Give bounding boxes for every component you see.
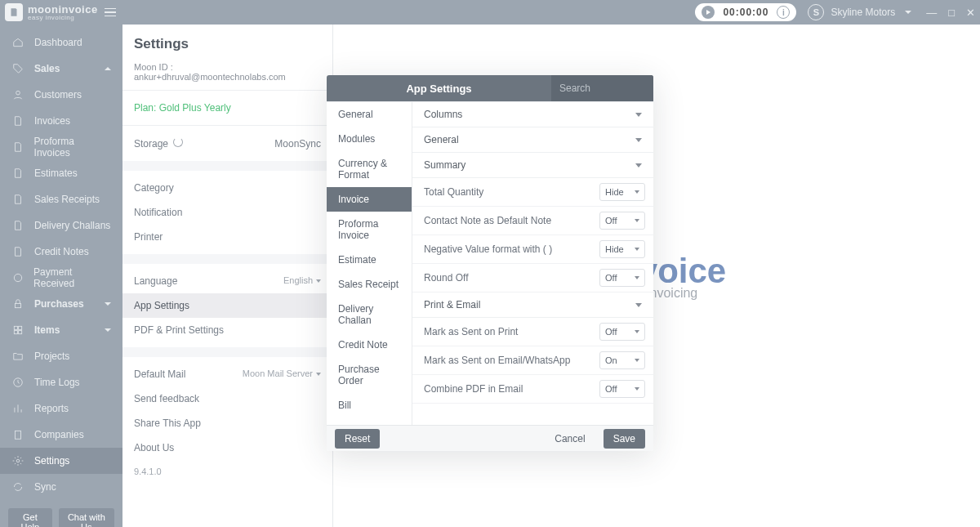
plan-line[interactable]: Plan: Gold Plus Yearly (122, 96, 332, 120)
category-estimate[interactable]: Estimate (327, 248, 412, 272)
section-title: General (424, 134, 459, 145)
chevron-up-icon (105, 67, 111, 70)
user-menu[interactable]: S Skyline Motors (808, 4, 911, 20)
chevron-down-icon (316, 373, 321, 376)
sidebar-item-label: Purchases (34, 298, 84, 310)
svg-point-9 (16, 459, 20, 462)
sidebar-item-projects[interactable]: Projects (0, 343, 122, 369)
section-columns[interactable]: Columns (412, 102, 653, 127)
option-dropdown[interactable]: Off (599, 380, 645, 398)
play-icon[interactable] (702, 6, 715, 19)
building-icon (11, 428, 24, 441)
sidebar-footer: Get Help Chat with Us (0, 500, 122, 527)
refresh-icon[interactable] (173, 137, 183, 147)
option-label: Combine PDF in Email (424, 383, 523, 395)
chevron-down-icon (905, 11, 911, 14)
doc-icon (11, 245, 24, 258)
app-settings-modal: App Settings GeneralModulesCurrency & Fo… (327, 75, 653, 451)
section-general[interactable]: General (412, 127, 653, 153)
category-item[interactable]: Category (122, 176, 332, 200)
sidebar-item-label: Reports (34, 403, 69, 414)
category-proforma-invoice[interactable]: Proforma Invoice (327, 212, 412, 248)
window-close-icon[interactable]: ✕ (966, 7, 975, 19)
info-icon[interactable]: i (777, 6, 790, 19)
share-app-item[interactable]: Share This App (122, 411, 332, 435)
moon-id-line: Moon ID : ankur+dhruval@moontechnolabs.c… (122, 59, 332, 85)
sidebar-item-proforma-invoices[interactable]: Proforma Invoices (0, 134, 122, 160)
sidebar-item-settings[interactable]: Settings (0, 448, 122, 474)
sidebar-item-label: Time Logs (34, 377, 80, 388)
chevron-down-icon (635, 387, 639, 391)
notification-item[interactable]: Notification (122, 200, 332, 225)
doc-icon (11, 193, 24, 206)
sidebar-item-sync[interactable]: Sync (0, 474, 122, 500)
language-value: English (283, 275, 313, 285)
app-settings-item[interactable]: App Settings (122, 293, 332, 318)
modal-search[interactable] (551, 75, 653, 101)
modal-title: App Settings (327, 83, 551, 95)
sidebar-item-companies[interactable]: Companies (0, 422, 122, 448)
option-dropdown[interactable]: Hide (599, 183, 645, 201)
section-print-email[interactable]: Print & Email (412, 293, 653, 318)
sidebar-item-customers[interactable]: Customers (0, 82, 122, 108)
option-dropdown[interactable]: On (599, 351, 645, 369)
section-summary[interactable]: Summary (412, 153, 653, 178)
sidebar-item-estimates[interactable]: Estimates (0, 160, 122, 186)
sidebar-item-dashboard[interactable]: Dashboard (0, 29, 122, 56)
sidebar-item-reports[interactable]: Reports (0, 395, 122, 422)
option-dropdown[interactable]: Off (599, 269, 645, 287)
chevron-down-icon (635, 113, 642, 117)
sidebar-item-label: Sales (34, 63, 60, 74)
sidebar-item-sales[interactable]: Sales (0, 56, 122, 82)
option-value: Hide (605, 187, 624, 197)
sidebar-item-items[interactable]: Items (0, 317, 122, 343)
menu-toggle-icon[interactable] (105, 8, 116, 17)
get-help-button[interactable]: Get Help (8, 508, 52, 527)
option-dropdown[interactable]: Off (599, 323, 645, 341)
clock-icon (11, 376, 24, 389)
category-invoice[interactable]: Invoice (327, 187, 412, 212)
about-item[interactable]: About Us (122, 435, 332, 460)
search-input[interactable] (559, 83, 653, 94)
option-dropdown[interactable]: Hide (599, 240, 645, 258)
cancel-button[interactable]: Cancel (545, 429, 595, 449)
sidebar-item-credit-notes[interactable]: Credit Notes (0, 239, 122, 265)
sidebar-item-time-logs[interactable]: Time Logs (0, 369, 122, 395)
storage-row[interactable]: Storage MoonSync (122, 131, 332, 156)
pdf-print-item[interactable]: PDF & Print Settings (122, 318, 332, 342)
category-sales-receipt[interactable]: Sales Receipt (327, 272, 412, 297)
sidebar-item-invoices[interactable]: Invoices (0, 108, 122, 134)
window-maximize-icon[interactable]: □ (948, 7, 955, 19)
option-label: Total Quantity (424, 186, 483, 198)
printer-item[interactable]: Printer (122, 225, 332, 249)
category-purchase-order[interactable]: Purchase Order (327, 357, 412, 393)
save-button[interactable]: Save (604, 429, 645, 449)
sidebar-item-label: Credit Notes (34, 246, 89, 257)
category-delivery-challan[interactable]: Delivery Challan (327, 297, 412, 333)
chevron-down-icon (316, 279, 321, 283)
option-value: Off (605, 384, 617, 394)
settings-panel: Settings Moon ID : ankur+dhruval@moontec… (122, 25, 333, 527)
storage-provider: MoonSync (274, 138, 321, 150)
category-debit-note[interactable]: Debit Note (327, 418, 412, 425)
settings-title: Settings (122, 25, 332, 59)
sidebar-item-sales-receipts[interactable]: Sales Receipts (0, 186, 122, 212)
timer-widget[interactable]: 00:00:00 i (695, 3, 796, 21)
default-mail-row[interactable]: Default Mail Moon Mail Server (122, 362, 332, 386)
user-name: Skyline Motors (831, 7, 895, 18)
send-feedback-item[interactable]: Send feedback (122, 386, 332, 411)
category-currency-format[interactable]: Currency & Format (327, 151, 412, 187)
category-general[interactable]: General (327, 102, 412, 127)
sidebar-item-payment-received[interactable]: Payment Received (0, 265, 122, 291)
category-modules[interactable]: Modules (327, 127, 412, 151)
option-dropdown[interactable]: Off (599, 212, 645, 230)
category-credit-note[interactable]: Credit Note (327, 333, 412, 357)
sidebar-item-purchases[interactable]: Purchases (0, 291, 122, 317)
sidebar-item-delivery-challans[interactable]: Delivery Challans (0, 212, 122, 239)
chevron-down-icon (635, 303, 642, 307)
chat-button[interactable]: Chat with Us (59, 508, 114, 527)
reset-button[interactable]: Reset (335, 429, 380, 449)
category-bill[interactable]: Bill (327, 393, 412, 418)
window-minimize-icon[interactable]: — (926, 7, 937, 19)
language-row[interactable]: Language English (122, 269, 332, 293)
